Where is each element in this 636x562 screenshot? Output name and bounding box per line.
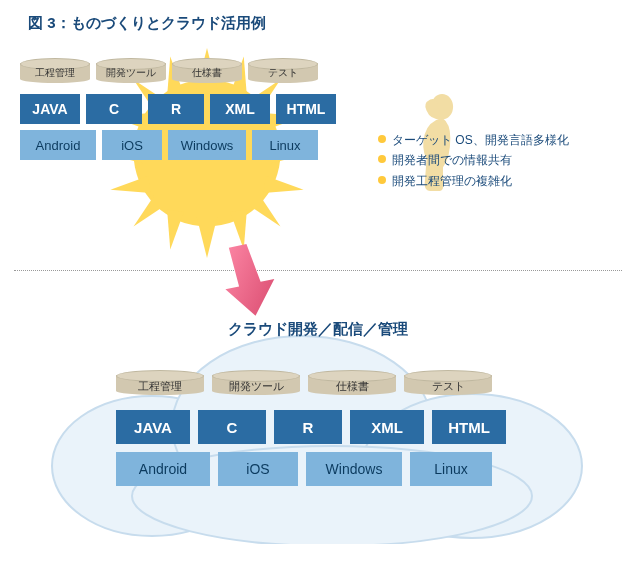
cylinder: 工程管理	[20, 58, 90, 88]
lang-box: XML	[350, 410, 424, 444]
cloud-title: クラウド開発／配信／管理	[0, 320, 636, 339]
bullet-list: ターゲット OS、開発言語多様化 開発者間での情報共有 開発工程管理の複雑化	[378, 130, 569, 191]
cylinder: テスト	[248, 58, 318, 88]
figure-title: 図 3：ものづくりとクラウド活用例	[0, 0, 636, 33]
bullet-item: ターゲット OS、開発言語多様化	[378, 130, 569, 150]
lang-box: JAVA	[116, 410, 190, 444]
arrow-down-icon	[220, 240, 280, 320]
os-box: Windows	[168, 130, 246, 160]
lang-box: JAVA	[20, 94, 80, 124]
lang-box: C	[86, 94, 142, 124]
cylinder: 開発ツール	[212, 370, 300, 402]
lang-box: R	[148, 94, 204, 124]
os-box: Linux	[252, 130, 318, 160]
lang-box: HTML	[432, 410, 506, 444]
lang-box: R	[274, 410, 342, 444]
svg-marker-2	[197, 216, 218, 258]
os-box: Android	[116, 452, 210, 486]
lower-stack: 工程管理 開発ツール 仕様書 テスト JAVA C R XML HTML And…	[116, 370, 536, 494]
cylinder: テスト	[404, 370, 492, 402]
os-box: iOS	[102, 130, 162, 160]
cylinder: 開発ツール	[96, 58, 166, 88]
svg-marker-14	[264, 176, 304, 193]
lang-box: C	[198, 410, 266, 444]
lang-box: HTML	[276, 94, 336, 124]
os-box: Android	[20, 130, 96, 160]
svg-marker-18	[220, 240, 280, 320]
cylinder: 工程管理	[116, 370, 204, 402]
upper-stack: 工程管理 開発ツール 仕様書 テスト JAVA C R XML HTML And…	[20, 58, 360, 248]
os-box: iOS	[218, 452, 298, 486]
divider	[14, 270, 622, 271]
svg-marker-13	[110, 176, 150, 193]
lang-box: XML	[210, 94, 270, 124]
bullet-item: 開発者間での情報共有	[378, 150, 569, 170]
cylinder: 仕様書	[308, 370, 396, 402]
bullet-item: 開発工程管理の複雑化	[378, 171, 569, 191]
os-box: Windows	[306, 452, 402, 486]
cylinder: 仕様書	[172, 58, 242, 88]
svg-marker-15	[167, 210, 184, 250]
os-box: Linux	[410, 452, 492, 486]
